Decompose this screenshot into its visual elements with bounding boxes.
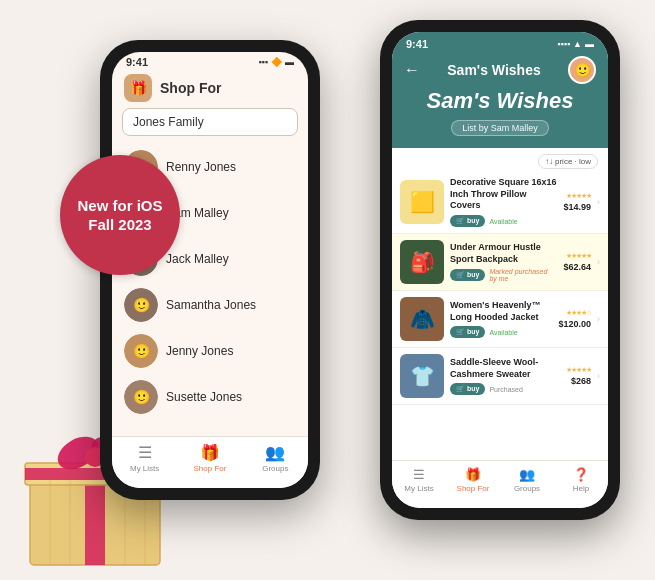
shop-for-icon: 🎁 (200, 443, 220, 462)
product-name: Women's Heavenly™ Long Hooded Jacket (450, 300, 552, 323)
nav-label-shop-for: Shop For (194, 464, 227, 473)
signal-icon: ▪▪▪▪ (557, 39, 570, 49)
badge-line2: Fall 2023 (88, 215, 151, 235)
buy-button[interactable]: 🛒 buy (450, 326, 485, 338)
groups-icon: 👥 (519, 467, 535, 482)
left-status-bar: 9:41 ▪▪▪ 🔶 ▬ (112, 52, 308, 70)
product-actions: 🛒 buy Available (450, 215, 557, 227)
product-item[interactable]: 👕 Saddle-Sleeve Wool-Cashmere Sweater 🛒 … (392, 348, 608, 405)
help-icon: ❓ (573, 467, 589, 482)
right-header: ← Sam's Wishes 🙂 Sam's Wishes List by Sa… (392, 52, 608, 148)
wifi-icon: 🔶 (271, 57, 282, 67)
product-info: Decorative Square 16x16 Inch Throw Pillo… (450, 177, 557, 227)
list-item[interactable]: 🙂 Jenny Jones (112, 328, 308, 374)
family-selector[interactable]: Jones Family (122, 108, 298, 136)
avatar-circle: 🙂 (124, 288, 158, 322)
availability-status: Available (489, 329, 517, 336)
sort-button[interactable]: ↑↓ price · low (538, 154, 598, 169)
buy-button[interactable]: 🛒 buy (450, 383, 485, 395)
list-by-label: List by Sam Malley (451, 120, 549, 136)
product-actions: 🛒 buy Available (450, 326, 552, 338)
product-right: ★★★★☆ $120.00 (558, 309, 591, 329)
product-price: $268 (571, 376, 591, 386)
availability-status: Purchased (489, 386, 522, 393)
app-logo: 🎁 (124, 74, 152, 102)
nav-item-shop-for[interactable]: 🎁 Shop For (177, 443, 242, 473)
availability-status: Available (489, 218, 517, 225)
product-stars: ★★★★☆ (566, 309, 591, 317)
left-header-title: Shop For (160, 80, 221, 96)
left-header: 🎁 Shop For (112, 70, 308, 108)
nav-label-groups: Groups (514, 484, 540, 493)
member-name: Samantha Jones (166, 298, 256, 312)
member-name: Renny Jones (166, 160, 236, 174)
right-bottom-nav: ☰ My Lists 🎁 Shop For 👥 Groups ❓ Help (392, 460, 608, 508)
product-right: ★★★★★ $268 (566, 366, 591, 386)
shop-for-icon: 🎁 (465, 467, 481, 482)
product-info: Women's Heavenly™ Long Hooded Jacket 🛒 b… (450, 300, 552, 338)
product-name: Under Armour Hustle Sport Backpack (450, 242, 557, 265)
sort-label: price · low (555, 157, 591, 166)
right-header-top: ← Sam's Wishes 🙂 (404, 56, 596, 84)
battery-icon: ▬ (585, 39, 594, 49)
chevron-right-icon: › (597, 314, 600, 324)
badge-line1: New for iOS (77, 196, 162, 216)
avatar-circle: 🙂 (124, 334, 158, 368)
nav-label-help: Help (573, 484, 589, 493)
avatar: 🙂 (124, 380, 158, 414)
sort-icon: ↑↓ (545, 157, 553, 166)
nav-label-my-lists: My Lists (130, 464, 159, 473)
header-avatar: 🙂 (568, 56, 596, 84)
nav-label-my-lists: My Lists (404, 484, 433, 493)
product-info: Under Armour Hustle Sport Backpack 🛒 buy… (450, 242, 557, 282)
left-time: 9:41 (126, 56, 148, 68)
product-item[interactable]: 🟨 Decorative Square 16x16 Inch Throw Pil… (392, 171, 608, 234)
ios-badge: New for iOS Fall 2023 (60, 155, 180, 275)
right-phone-screen: 9:41 ▪▪▪▪ ▲ ▬ ← Sam's Wishes 🙂 Sam's Wis… (392, 32, 608, 508)
phones-container: 9:41 ▪▪▪ 🔶 ▬ 🎁 Shop For Jones Family 🙂 (100, 20, 620, 560)
right-status-icons: ▪▪▪▪ ▲ ▬ (557, 39, 594, 49)
nav-item-groups[interactable]: 👥 Groups (243, 443, 308, 473)
nav-label-shop-for: Shop For (457, 484, 490, 493)
chevron-right-icon: › (597, 257, 600, 267)
signal-icon: ▪▪▪ (258, 57, 268, 67)
right-header-title: Sam's Wishes (447, 62, 540, 78)
wifi-icon: ▲ (573, 39, 582, 49)
list-by-badge: List by Sam Malley (404, 120, 596, 136)
list-item[interactable]: 🙂 Samantha Jones (112, 282, 308, 328)
chevron-right-icon: › (597, 197, 600, 207)
list-item[interactable]: 🙂 Susette Jones (112, 374, 308, 420)
my-lists-icon: ☰ (138, 443, 152, 462)
product-item[interactable]: 🎒 Under Armour Hustle Sport Backpack 🛒 b… (392, 234, 608, 291)
left-bottom-nav: ☰ My Lists 🎁 Shop For 👥 Groups (112, 436, 308, 488)
chevron-right-icon: › (597, 371, 600, 381)
left-status-icons: ▪▪▪ 🔶 ▬ (258, 57, 294, 67)
avatar-circle: 🙂 (124, 380, 158, 414)
product-price: $62.64 (563, 262, 591, 272)
avatar-emoji: 🙂 (574, 62, 591, 78)
right-phone: 9:41 ▪▪▪▪ ▲ ▬ ← Sam's Wishes 🙂 Sam's Wis… (380, 20, 620, 520)
right-status-bar: 9:41 ▪▪▪▪ ▲ ▬ (392, 32, 608, 52)
product-name: Decorative Square 16x16 Inch Throw Pillo… (450, 177, 557, 212)
availability-status: Marked purchasedby me (489, 268, 547, 282)
product-item[interactable]: 🧥 Women's Heavenly™ Long Hooded Jacket 🛒… (392, 291, 608, 348)
back-button[interactable]: ← (404, 61, 420, 79)
nav-label-groups: Groups (262, 464, 288, 473)
product-stars: ★★★★★ (566, 366, 591, 374)
product-right: ★★★★★ $62.64 (563, 252, 591, 272)
buy-button[interactable]: 🛒 buy (450, 215, 485, 227)
product-name: Saddle-Sleeve Wool-Cashmere Sweater (450, 357, 560, 380)
product-price: $120.00 (558, 319, 591, 329)
nav-item-groups[interactable]: 👥 Groups (500, 467, 554, 493)
battery-icon: ▬ (285, 57, 294, 67)
my-lists-icon: ☰ (413, 467, 425, 482)
buy-button[interactable]: 🛒 buy (450, 269, 485, 281)
nav-item-my-lists[interactable]: ☰ My Lists (392, 467, 446, 493)
nav-item-help[interactable]: ❓ Help (554, 467, 608, 493)
wishes-title: Sam's Wishes (404, 88, 596, 114)
product-right: ★★★★★ $14.99 (563, 192, 591, 212)
nav-item-shop-for[interactable]: 🎁 Shop For (446, 467, 500, 493)
product-actions: 🛒 buy Marked purchasedby me (450, 268, 557, 282)
nav-item-my-lists[interactable]: ☰ My Lists (112, 443, 177, 473)
product-list-header: ↑↓ price · low (392, 148, 608, 171)
